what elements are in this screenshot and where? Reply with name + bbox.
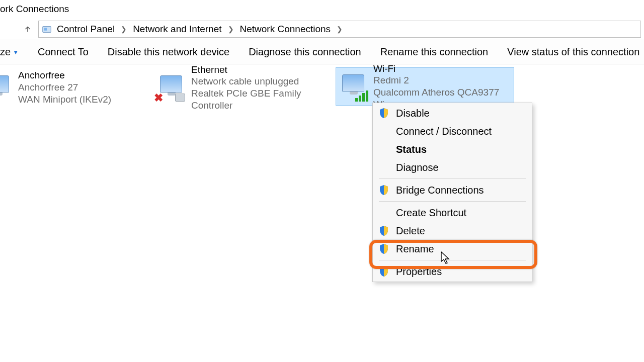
- menu-separator: [379, 178, 526, 179]
- connection-status: Redmi 2: [373, 74, 511, 86]
- breadcrumb-item[interactable]: Network and Internet: [133, 24, 221, 35]
- organize-button[interactable]: ze ▼: [0, 46, 19, 58]
- connection-item-ethernet[interactable]: ✖ Ethernet Network cable unplugged Realt…: [154, 68, 333, 107]
- chevron-down-icon: ▼: [13, 49, 19, 56]
- connection-device: WAN Miniport (IKEv2): [18, 94, 111, 106]
- ctx-label: Connect / Disconnect: [396, 126, 492, 137]
- rename-connection-button[interactable]: Rename this connection: [380, 46, 489, 58]
- ctx-properties[interactable]: Properties: [373, 262, 532, 281]
- address-bar: Control Panel ❯ Network and Internet ❯ N…: [0, 18, 644, 40]
- connection-name: Wi-Fi: [373, 63, 511, 75]
- view-status-button[interactable]: View status of this connection: [507, 46, 639, 58]
- disable-device-button[interactable]: Disable this network device: [108, 46, 229, 58]
- connection-item-wifi[interactable]: Wi-Fi Redmi 2 Qualcomm Atheros QCA9377 W…: [336, 67, 514, 106]
- menu-separator: [379, 201, 526, 202]
- shield-icon: [379, 243, 389, 254]
- shield-icon: [379, 185, 389, 196]
- wifi-signal-icon: [355, 90, 368, 102]
- window-title: ork Connections: [0, 4, 69, 15]
- connect-to-button[interactable]: Connect To: [38, 46, 89, 58]
- breadcrumb[interactable]: Control Panel ❯ Network and Internet ❯ N…: [38, 21, 641, 38]
- ctx-label: Bridge Connections: [396, 185, 484, 196]
- connection-item-anchorfree[interactable]: Anchorfree Anchorfree 27 WAN Miniport (I…: [0, 68, 159, 107]
- menu-separator: [379, 260, 526, 260]
- window-titlebar: ork Connections: [0, 0, 644, 18]
- connection-status: Anchorfree 27: [18, 81, 111, 94]
- ctx-create-shortcut[interactable]: Create Shortcut: [373, 204, 532, 222]
- diagnose-connection-button[interactable]: Diagnose this connection: [249, 46, 361, 58]
- network-adapter-icon: [0, 73, 12, 102]
- chevron-right-icon: ❯: [228, 25, 234, 33]
- connection-name: Anchorfree: [18, 69, 111, 81]
- ctx-label: Status: [396, 144, 427, 155]
- connection-device: Realtek PCIe GBE Family Controller: [191, 87, 330, 112]
- context-menu: Disable Connect / Disconnect Status Diag…: [372, 103, 532, 282]
- ctx-label: Disable: [396, 108, 430, 119]
- ctx-rename[interactable]: Rename: [373, 240, 532, 258]
- ctx-connect-disconnect[interactable]: Connect / Disconnect: [373, 122, 532, 140]
- breadcrumb-item[interactable]: Control Panel: [57, 24, 115, 35]
- svg-rect-1: [44, 28, 47, 31]
- connection-name: Ethernet: [191, 64, 330, 76]
- up-button[interactable]: [20, 22, 35, 37]
- ctx-label: Create Shortcut: [396, 207, 466, 219]
- ctx-label: Diagnose: [396, 162, 439, 173]
- folder-icon: [41, 23, 53, 35]
- ctx-label: Rename: [396, 243, 434, 255]
- network-adapter-icon: [339, 72, 367, 101]
- ctx-label: Properties: [396, 266, 442, 278]
- chevron-right-icon: ❯: [121, 25, 127, 33]
- chevron-right-icon: ❯: [337, 25, 343, 33]
- shield-icon: [379, 108, 389, 119]
- network-adapter-icon: ✖: [157, 73, 185, 102]
- toolbar: ze ▼ Connect To Disable this network dev…: [0, 40, 644, 64]
- connections-area: Anchorfree Anchorfree 27 WAN Miniport (I…: [0, 64, 644, 67]
- ctx-delete[interactable]: Delete: [373, 222, 532, 240]
- error-icon: ✖: [154, 92, 165, 103]
- ctx-bridge-connections[interactable]: Bridge Connections: [373, 181, 532, 199]
- up-arrow-icon: [23, 25, 32, 34]
- connection-status: Network cable unplugged: [191, 75, 330, 87]
- shield-icon: [379, 225, 389, 236]
- ctx-diagnose[interactable]: Diagnose: [373, 158, 532, 176]
- shield-icon: [379, 266, 389, 277]
- breadcrumb-item[interactable]: Network Connections: [240, 24, 331, 35]
- ctx-disable[interactable]: Disable: [373, 104, 532, 122]
- ctx-status[interactable]: Status: [373, 140, 532, 158]
- ctx-label: Delete: [396, 225, 425, 237]
